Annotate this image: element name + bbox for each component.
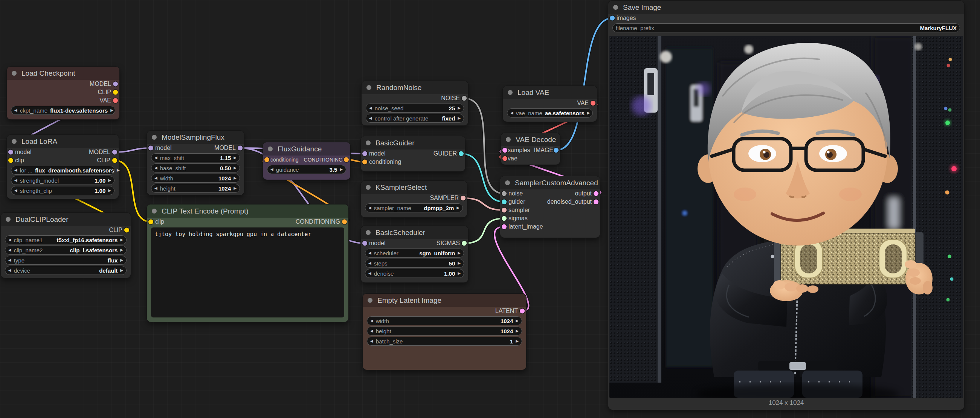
collapse-dot-icon[interactable] <box>6 217 11 222</box>
node-header[interactable]: Load VAE <box>503 86 597 99</box>
right-arrow-icon[interactable] <box>234 186 237 190</box>
right-arrow-icon[interactable] <box>515 339 519 343</box>
node-dual-clip-loader[interactable]: DualCLIPLoader CLIP clip_name1t5xxl_fp16… <box>1 213 131 278</box>
node-header[interactable]: Empty Latent Image <box>363 294 526 307</box>
port-clip-input[interactable] <box>148 219 153 224</box>
port-guider-input[interactable] <box>502 200 507 205</box>
left-arrow-icon[interactable] <box>370 319 373 323</box>
widget-strength-clip[interactable]: strength_clip1.00 <box>11 186 115 195</box>
right-arrow-icon[interactable] <box>110 108 113 112</box>
node-header[interactable]: SamplerCustomAdvanced <box>500 176 600 189</box>
widget-guidance[interactable]: guidance3.5 <box>267 165 346 174</box>
node-basic-guider[interactable]: BasicGuider modelGUIDER conditioning <box>361 136 465 171</box>
widget-steps[interactable]: steps50 <box>365 259 464 268</box>
widget-lora-name[interactable]: lor ...flux_dreambooth.safetensors <box>11 166 115 175</box>
left-arrow-icon[interactable] <box>369 106 372 110</box>
left-arrow-icon[interactable] <box>368 272 371 275</box>
port-vae-input[interactable] <box>503 156 508 161</box>
right-arrow-icon[interactable] <box>457 206 460 210</box>
collapse-dot-icon[interactable] <box>508 90 512 95</box>
widget-scheduler[interactable]: schedulersgm_uniform <box>365 248 464 257</box>
left-arrow-icon[interactable] <box>154 186 158 190</box>
left-arrow-icon[interactable] <box>14 189 18 192</box>
collapse-dot-icon[interactable] <box>12 139 17 144</box>
right-arrow-icon[interactable] <box>234 166 237 170</box>
right-arrow-icon[interactable] <box>587 111 590 115</box>
left-arrow-icon[interactable] <box>369 116 372 120</box>
port-noise-input[interactable] <box>502 191 507 196</box>
port-clip-output[interactable] <box>113 90 118 95</box>
collapse-dot-icon[interactable] <box>12 71 17 76</box>
collapse-dot-icon[interactable] <box>613 5 618 10</box>
collapse-dot-icon[interactable] <box>366 85 371 90</box>
widget-batch-size[interactable]: batch_size1 <box>367 337 522 346</box>
port-model-output[interactable] <box>238 146 243 151</box>
right-arrow-icon[interactable] <box>117 168 120 172</box>
widget-base-shift[interactable]: base_shift0.50 <box>151 164 240 172</box>
collapse-dot-icon[interactable] <box>268 146 273 151</box>
port-model-output[interactable] <box>113 82 118 87</box>
node-header[interactable]: DualCLIPLoader <box>1 213 131 226</box>
left-arrow-icon[interactable] <box>14 108 18 112</box>
right-arrow-icon[interactable] <box>458 272 461 275</box>
node-load-vae[interactable]: Load VAE VAE vae_nameae.safetensors <box>503 86 597 122</box>
port-model-input[interactable] <box>148 146 153 151</box>
port-conditioning-input[interactable] <box>264 157 269 162</box>
port-vae-output[interactable] <box>113 98 118 103</box>
left-arrow-icon[interactable] <box>8 248 11 252</box>
widget-noise-seed[interactable]: noise_seed25 <box>366 103 464 113</box>
right-arrow-icon[interactable] <box>515 319 519 323</box>
left-arrow-icon[interactable] <box>154 166 158 170</box>
left-arrow-icon[interactable] <box>8 258 11 262</box>
port-images-input[interactable] <box>610 16 615 21</box>
port-clip-output[interactable] <box>112 158 117 163</box>
left-arrow-icon[interactable] <box>368 251 371 255</box>
node-header[interactable]: BasicGuider <box>361 136 465 149</box>
left-arrow-icon[interactable] <box>368 206 371 210</box>
port-clip-input[interactable] <box>8 158 13 163</box>
right-arrow-icon[interactable] <box>340 168 343 171</box>
port-conditioning-input[interactable] <box>362 160 367 165</box>
widget-clip-name1[interactable]: clip_name1t5xxl_fp16.safetensors <box>5 235 127 245</box>
left-arrow-icon[interactable] <box>154 156 158 160</box>
node-random-noise[interactable]: RandomNoise NOISE noise_seed25 control a… <box>361 81 468 126</box>
left-arrow-icon[interactable] <box>8 238 11 242</box>
widget-strength-model[interactable]: strength_model1.00 <box>11 176 115 185</box>
node-header[interactable]: Load Checkpoint <box>7 67 119 80</box>
collapse-dot-icon[interactable] <box>368 298 372 303</box>
port-sampler-input[interactable] <box>502 208 507 213</box>
right-arrow-icon[interactable] <box>120 238 123 242</box>
left-arrow-icon[interactable] <box>510 111 513 115</box>
node-header[interactable]: VAE Decode <box>501 133 560 146</box>
node-load-lora[interactable]: Load LoRA modelMODEL clipCLIP lor ...flu… <box>7 135 119 199</box>
node-model-sampling-flux[interactable]: ModelSamplingFlux modelMODEL max_shift1.… <box>147 131 244 195</box>
right-arrow-icon[interactable] <box>458 261 461 265</box>
left-arrow-icon[interactable] <box>154 176 158 180</box>
right-arrow-icon[interactable] <box>120 258 123 262</box>
right-arrow-icon[interactable] <box>515 329 519 333</box>
collapse-dot-icon[interactable] <box>506 137 511 142</box>
widget-width[interactable]: width1024 <box>367 316 522 325</box>
widget-filename-prefix[interactable]: filename_prefixMarkuryFLUX <box>612 23 960 32</box>
collapse-dot-icon[interactable] <box>366 140 371 145</box>
left-arrow-icon[interactable] <box>370 329 373 333</box>
node-header[interactable]: Save Image <box>608 1 964 14</box>
widget-device[interactable]: devicedefault <box>5 266 127 275</box>
port-sigmas-input[interactable] <box>502 216 507 221</box>
node-header[interactable]: CLIP Text Encode (Prompt) <box>147 205 348 218</box>
left-arrow-icon[interactable] <box>368 261 371 265</box>
right-arrow-icon[interactable] <box>108 189 111 192</box>
collapse-dot-icon[interactable] <box>152 135 157 140</box>
node-save-image[interactable]: Save Image images filename_prefixMarkury… <box>608 1 964 410</box>
port-conditioning-output[interactable] <box>344 157 349 162</box>
node-load-checkpoint[interactable]: Load Checkpoint MODEL CLIP VAE ckpt_name… <box>7 67 119 119</box>
right-arrow-icon[interactable] <box>234 176 237 180</box>
prompt-textarea[interactable]: tjtoy toy holding sparkgpu gpu in a data… <box>151 227 344 318</box>
collapse-dot-icon[interactable] <box>505 180 510 185</box>
widget-height[interactable]: height1024 <box>367 326 522 335</box>
port-latent-image-input[interactable] <box>502 224 507 229</box>
port-samples-input[interactable] <box>503 148 508 153</box>
right-arrow-icon[interactable] <box>458 116 461 120</box>
port-model-input[interactable] <box>362 151 367 156</box>
port-noise-output[interactable] <box>462 96 467 101</box>
